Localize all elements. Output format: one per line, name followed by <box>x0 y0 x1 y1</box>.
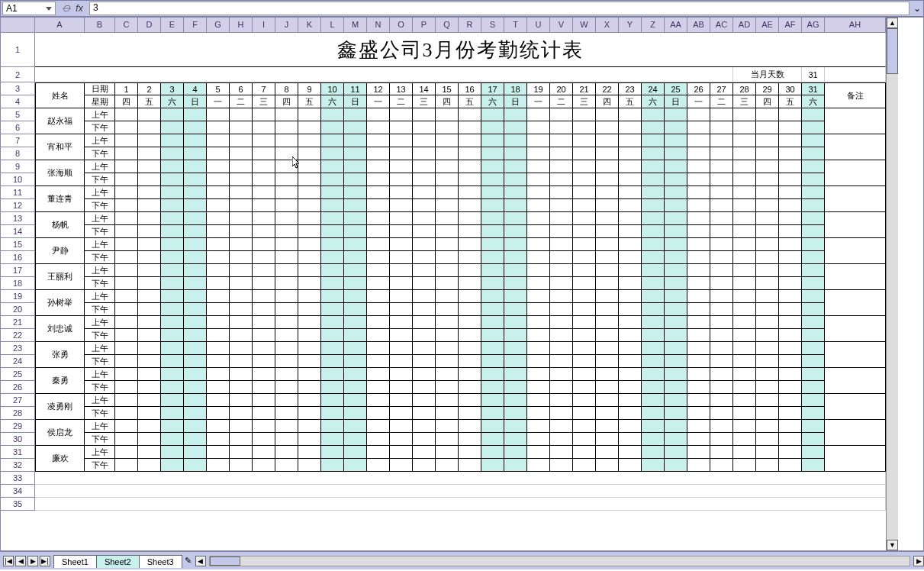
row-header-28[interactable]: 28 <box>1 407 35 420</box>
tab-sheet3[interactable]: Sheet3 <box>139 555 182 568</box>
attendance-cell[interactable] <box>344 316 367 329</box>
attendance-cell[interactable] <box>138 264 161 277</box>
attendance-cell[interactable] <box>115 121 138 134</box>
attendance-cell[interactable] <box>802 225 825 238</box>
attendance-cell[interactable] <box>207 329 230 342</box>
attendance-cell[interactable] <box>665 433 687 446</box>
attendance-cell[interactable] <box>298 199 321 212</box>
attendance-cell[interactable] <box>802 420 825 433</box>
attendance-cell[interactable] <box>619 277 642 290</box>
attendance-cell[interactable] <box>275 381 298 394</box>
attendance-cell[interactable] <box>710 433 733 446</box>
attendance-cell[interactable] <box>344 186 367 199</box>
attendance-cell[interactable] <box>527 407 550 420</box>
attendance-cell[interactable] <box>161 446 184 459</box>
attendance-cell[interactable] <box>687 355 710 368</box>
attendance-cell[interactable] <box>161 134 184 147</box>
col-header-C[interactable]: C <box>115 18 138 33</box>
header-day-1[interactable]: 1 <box>115 82 138 95</box>
attendance-cell[interactable] <box>230 108 253 121</box>
attendance-cell[interactable] <box>367 186 390 199</box>
attendance-cell[interactable] <box>619 121 642 134</box>
attendance-cell[interactable] <box>253 264 275 277</box>
attendance-cell[interactable] <box>138 407 161 420</box>
attendance-cell[interactable] <box>710 342 733 355</box>
attendance-cell[interactable] <box>619 368 642 381</box>
attendance-cell[interactable] <box>390 394 413 407</box>
attendance-cell[interactable] <box>207 173 230 186</box>
attendance-cell[interactable] <box>481 108 504 121</box>
attendance-cell[interactable] <box>230 329 253 342</box>
attendance-cell[interactable] <box>436 420 459 433</box>
attendance-cell[interactable] <box>253 303 275 316</box>
attendance-cell[interactable] <box>207 121 230 134</box>
attendance-cell[interactable] <box>573 108 596 121</box>
period-am[interactable]: 上午 <box>85 108 115 121</box>
attendance-cell[interactable] <box>596 238 619 251</box>
attendance-cell[interactable] <box>253 368 275 381</box>
attendance-cell[interactable] <box>756 251 779 264</box>
attendance-cell[interactable] <box>321 134 344 147</box>
attendance-cell[interactable] <box>207 147 230 160</box>
attendance-cell[interactable] <box>436 290 459 303</box>
attendance-cell[interactable] <box>230 199 253 212</box>
attendance-cell[interactable] <box>138 277 161 290</box>
attendance-cell[interactable] <box>390 303 413 316</box>
col-header-L[interactable]: L <box>321 18 344 33</box>
attendance-cell[interactable] <box>779 342 802 355</box>
attendance-cell[interactable] <box>367 225 390 238</box>
row-header-26[interactable]: 26 <box>1 381 35 394</box>
attendance-cell[interactable] <box>779 407 802 420</box>
attendance-cell[interactable] <box>253 147 275 160</box>
attendance-cell[interactable] <box>459 459 481 472</box>
remark-cell[interactable] <box>825 134 886 160</box>
attendance-cell[interactable] <box>687 212 710 225</box>
attendance-cell[interactable] <box>367 160 390 173</box>
attendance-cell[interactable] <box>184 238 207 251</box>
attendance-cell[interactable] <box>756 407 779 420</box>
attendance-cell[interactable] <box>459 160 481 173</box>
attendance-cell[interactable] <box>573 433 596 446</box>
attendance-cell[interactable] <box>138 316 161 329</box>
attendance-cell[interactable] <box>619 173 642 186</box>
attendance-cell[interactable] <box>298 459 321 472</box>
attendance-cell[interactable] <box>230 173 253 186</box>
vscroll-track[interactable] <box>887 28 898 540</box>
header-wd-5[interactable]: 一 <box>207 95 230 108</box>
header-wd-22[interactable]: 四 <box>596 95 619 108</box>
header-day-15[interactable]: 15 <box>436 82 459 95</box>
attendance-cell[interactable] <box>436 381 459 394</box>
attendance-cell[interactable] <box>230 303 253 316</box>
attendance-cell[interactable] <box>298 264 321 277</box>
attendance-cell[interactable] <box>619 459 642 472</box>
attendance-cell[interactable] <box>642 225 665 238</box>
attendance-cell[interactable] <box>184 199 207 212</box>
attendance-cell[interactable] <box>619 212 642 225</box>
header-wd-31[interactable]: 六 <box>802 95 825 108</box>
attendance-cell[interactable] <box>504 134 527 147</box>
attendance-cell[interactable] <box>367 121 390 134</box>
attendance-cell[interactable] <box>733 264 756 277</box>
attendance-cell[interactable] <box>367 251 390 264</box>
attendance-cell[interactable] <box>481 134 504 147</box>
attendance-cell[interactable] <box>596 199 619 212</box>
attendance-cell[interactable] <box>161 225 184 238</box>
attendance-cell[interactable] <box>298 303 321 316</box>
attendance-cell[interactable] <box>756 342 779 355</box>
attendance-cell[interactable] <box>756 160 779 173</box>
attendance-cell[interactable] <box>504 186 527 199</box>
attendance-cell[interactable] <box>275 160 298 173</box>
attendance-cell[interactable] <box>527 420 550 433</box>
attendance-cell[interactable] <box>161 290 184 303</box>
col-header-E[interactable]: E <box>161 18 184 33</box>
attendance-cell[interactable] <box>802 446 825 459</box>
remark-cell[interactable] <box>825 446 886 472</box>
attendance-cell[interactable] <box>527 342 550 355</box>
attendance-cell[interactable] <box>504 355 527 368</box>
attendance-cell[interactable] <box>527 160 550 173</box>
attendance-cell[interactable] <box>138 303 161 316</box>
attendance-cell[interactable] <box>550 251 573 264</box>
attendance-cell[interactable] <box>413 407 436 420</box>
attendance-cell[interactable] <box>779 420 802 433</box>
attendance-cell[interactable] <box>756 212 779 225</box>
